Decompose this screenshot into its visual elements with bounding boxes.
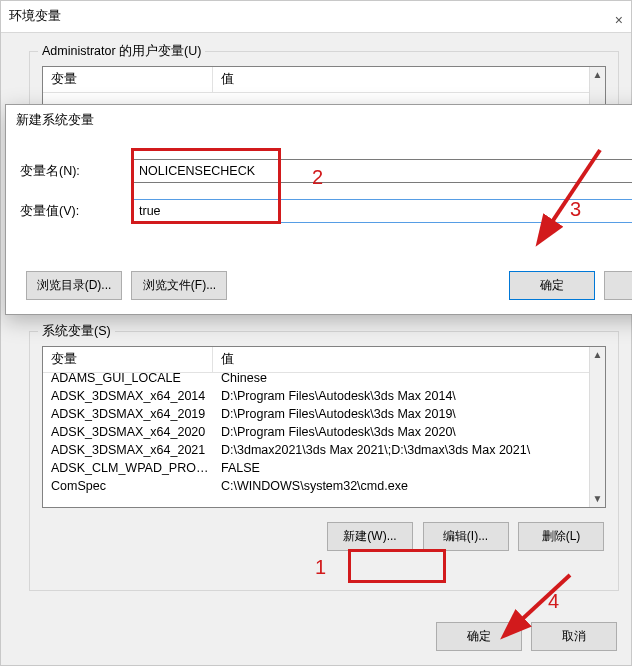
variable-name-row: 变量名(N):: [20, 159, 632, 183]
modal-cancel-button[interactable]: 取消: [604, 271, 632, 300]
table-row[interactable]: ADAMS_GUI_LOCALEChinese: [43, 369, 589, 387]
table-row[interactable]: ADSK_3DSMAX_x64_2019D:\Program Files\Aut…: [43, 405, 589, 423]
scroll-up-icon[interactable]: ▲: [590, 67, 605, 83]
var-name-cell: ADSK_3DSMAX_x64_2020: [43, 425, 213, 439]
var-value-cell: D:\Program Files\Autodesk\3ds Max 2020\: [213, 425, 589, 439]
close-icon[interactable]: ×: [615, 5, 623, 35]
var-name-cell: ADSK_CLM_WPAD_PROXY...: [43, 461, 213, 475]
var-name-cell: ComSpec: [43, 479, 213, 493]
scroll-up-icon[interactable]: ▲: [590, 347, 605, 363]
variable-value-label: 变量值(V):: [20, 203, 132, 220]
table-row[interactable]: ADSK_CLM_WPAD_PROXY...FALSE: [43, 459, 589, 477]
var-value-cell: C:\WINDOWS\system32\cmd.exe: [213, 479, 589, 493]
table-row[interactable]: ADSK_3DSMAX_x64_2014D:\Program Files\Aut…: [43, 387, 589, 405]
user-vars-header: 变量 值 ^: [43, 67, 605, 93]
var-value-cell: D:\Program Files\Autodesk\3ds Max 2014\: [213, 389, 589, 403]
scrollbar[interactable]: ▲ ▼: [589, 347, 605, 507]
browse-file-button[interactable]: 浏览文件(F)...: [131, 271, 227, 300]
system-vars-listbox[interactable]: 变量 值 ADAMS_GUI_LOCALEChineseADSK_3DSMAX_…: [42, 346, 606, 508]
var-name-cell: ADAMS_GUI_LOCALE: [43, 371, 213, 385]
variable-value-row: 变量值(V):: [20, 199, 632, 223]
modal-ok-button[interactable]: 确定: [509, 271, 595, 300]
main-title: 环境变量: [9, 9, 61, 23]
env-vars-dialog: 环境变量 × Administrator 的用户变量(U) 变量 值 ^ ▲ 新…: [0, 0, 632, 666]
system-delete-button[interactable]: 删除(L): [518, 522, 604, 551]
new-system-variable-dialog: 新建系统变量 变量名(N): 变量值(V): 浏览目录(D)... 浏览文件(F…: [5, 104, 632, 315]
variable-value-field[interactable]: [132, 199, 632, 223]
scroll-down-icon[interactable]: ▼: [590, 491, 605, 507]
main-ok-button[interactable]: 确定: [436, 622, 522, 651]
system-vars-group: 系统变量(S) 变量 值 ADAMS_GUI_LOCALEChineseADSK…: [29, 331, 619, 591]
variable-name-field[interactable]: [132, 159, 632, 183]
modal-buttons: 浏览目录(D)... 浏览文件(F)... 确定 取消: [6, 265, 632, 314]
col-variable[interactable]: 变量: [43, 67, 213, 92]
table-row[interactable]: ComSpecC:\WINDOWS\system32\cmd.exe: [43, 477, 589, 495]
table-row[interactable]: ADSK_3DSMAX_x64_2021D:\3dmax2021\3ds Max…: [43, 441, 589, 459]
system-edit-button[interactable]: 编辑(I)...: [423, 522, 509, 551]
system-vars-label: 系统变量(S): [38, 323, 115, 340]
main-title-bar: 环境变量 ×: [1, 1, 631, 33]
system-vars-buttons: 新建(W)... 编辑(I)... 删除(L): [42, 508, 606, 551]
main-cancel-button[interactable]: 取消: [531, 622, 617, 651]
system-vars-rows[interactable]: ADAMS_GUI_LOCALEChineseADSK_3DSMAX_x64_2…: [43, 369, 589, 507]
variable-name-label: 变量名(N):: [20, 163, 132, 180]
user-vars-label: Administrator 的用户变量(U): [38, 43, 205, 60]
var-name-cell: ADSK_3DSMAX_x64_2019: [43, 407, 213, 421]
var-value-cell: D:\Program Files\Autodesk\3ds Max 2019\: [213, 407, 589, 421]
var-value-cell: D:\3dmax2021\3ds Max 2021\;D:\3dmax\3ds …: [213, 443, 589, 457]
table-row[interactable]: ADSK_3DSMAX_x64_2020D:\Program Files\Aut…: [43, 423, 589, 441]
var-value-cell: FALSE: [213, 461, 589, 475]
browse-directory-button[interactable]: 浏览目录(D)...: [26, 271, 122, 300]
var-name-cell: ADSK_3DSMAX_x64_2014: [43, 389, 213, 403]
main-dialog-buttons: 确定 取消: [430, 622, 617, 651]
system-new-button[interactable]: 新建(W)...: [327, 522, 413, 551]
var-name-cell: ADSK_3DSMAX_x64_2021: [43, 443, 213, 457]
modal-title: 新建系统变量: [6, 105, 632, 137]
modal-body: 变量名(N): 变量值(V):: [6, 137, 632, 263]
var-value-cell: Chinese: [213, 371, 589, 385]
col-value[interactable]: 值: [213, 67, 589, 92]
